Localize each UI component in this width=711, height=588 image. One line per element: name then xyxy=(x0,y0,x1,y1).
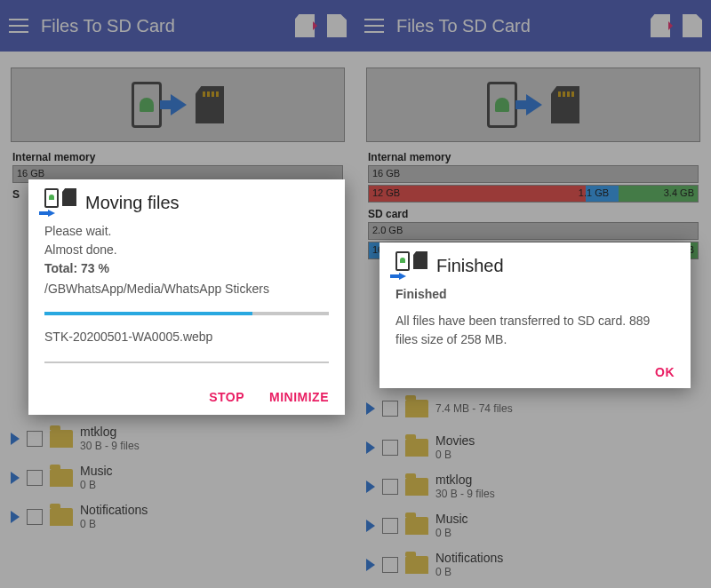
progress-fill xyxy=(44,312,252,315)
ok-button[interactable]: OK xyxy=(655,365,675,379)
internal-used: 12 GB xyxy=(372,187,400,198)
chevron-right-icon xyxy=(366,402,375,415)
app-title: Files To SD Card xyxy=(396,16,638,36)
menu-icon[interactable] xyxy=(364,19,384,33)
checkbox[interactable] xyxy=(27,431,43,447)
sd-label: SD card xyxy=(356,204,711,222)
document-icon[interactable] xyxy=(327,14,347,37)
folder-icon xyxy=(50,508,73,526)
internal-total: 16 GB xyxy=(17,168,44,179)
list-item[interactable]: 7.4 MB - 74 files xyxy=(361,389,706,428)
list-item[interactable]: mtklog30 B - 9 files xyxy=(361,467,706,506)
checkbox[interactable] xyxy=(27,470,43,486)
checkbox[interactable] xyxy=(382,479,398,495)
checkbox[interactable] xyxy=(382,440,398,456)
chevron-right-icon xyxy=(366,520,375,532)
finished-dialog: Finished Finished All files have been tr… xyxy=(379,242,691,388)
file-list: mtklog30 B - 9 files Music0 B Notificati… xyxy=(0,416,356,540)
chevron-right-icon xyxy=(366,441,375,454)
appbar: Files To SD Card xyxy=(0,0,356,52)
checkbox[interactable] xyxy=(382,518,398,534)
folder-icon xyxy=(405,400,428,417)
internal-memory-label: Internal memory xyxy=(356,142,711,165)
progress-bar xyxy=(44,312,329,315)
list-item[interactable]: Music0 B xyxy=(361,506,706,545)
dialog-subhead: Finished xyxy=(395,287,675,301)
current-file: STK-20200501-WA0005.webp xyxy=(44,330,329,344)
transfer-icon xyxy=(395,251,427,280)
internal-used-bar: 12 GB 3.4 GB 1.1 GB xyxy=(368,185,699,203)
dialog-title: Finished xyxy=(436,256,504,276)
dialog-title: Moving files xyxy=(85,193,180,213)
list-item[interactable]: Notifications0 B xyxy=(5,497,350,536)
list-item[interactable]: Movies0 B xyxy=(361,428,706,467)
dialog-path: /GBWhatsApp/Media/WhatsApp Stickers xyxy=(44,282,329,296)
list-item[interactable]: Notifications0 B xyxy=(361,545,706,584)
internal-memory-bar[interactable]: 16 GB xyxy=(368,165,699,183)
minimize-button[interactable]: MINIMIZE xyxy=(269,390,329,404)
sd-total-bar[interactable]: 2.0 GB xyxy=(368,222,699,240)
menu-icon[interactable] xyxy=(9,19,28,33)
folder-icon xyxy=(405,478,428,496)
document-icon[interactable] xyxy=(683,14,702,37)
internal-seg2: 1.1 GB xyxy=(579,187,609,198)
sd-transfer-icon[interactable] xyxy=(295,14,315,37)
folder-icon xyxy=(50,430,73,448)
appbar: Files To SD Card xyxy=(356,0,711,52)
transfer-illustration xyxy=(366,68,700,142)
internal-seg3: 3.4 GB xyxy=(664,187,694,198)
dialog-wait: Please wait. xyxy=(44,222,329,241)
folder-icon xyxy=(405,556,428,574)
internal-total: 16 GB xyxy=(372,168,400,179)
chevron-right-icon xyxy=(366,481,375,493)
moving-files-dialog: Moving files Please wait. Almost done. T… xyxy=(28,179,345,415)
folder-icon xyxy=(405,439,428,457)
internal-memory-label: Internal memory xyxy=(0,142,356,165)
folder-icon xyxy=(405,517,428,535)
dialog-total: Total: 73 % xyxy=(44,259,329,278)
stop-button[interactable]: STOP xyxy=(209,390,244,404)
dialog-body: All files have been transferred to SD ca… xyxy=(395,312,675,349)
divider xyxy=(44,362,329,363)
checkbox[interactable] xyxy=(382,401,398,417)
chevron-right-icon xyxy=(11,433,20,445)
checkbox[interactable] xyxy=(382,557,398,573)
file-list: 7.4 MB - 74 files Movies0 B mtklog30 B -… xyxy=(356,385,711,588)
app-title: Files To SD Card xyxy=(41,16,283,36)
checkbox[interactable] xyxy=(27,509,43,525)
dialog-almost: Almost done. xyxy=(44,241,329,259)
folder-icon xyxy=(50,469,73,487)
chevron-right-icon xyxy=(366,559,375,571)
transfer-icon xyxy=(44,188,76,217)
chevron-right-icon xyxy=(11,511,20,523)
list-item[interactable]: Music0 B xyxy=(5,458,350,497)
list-item[interactable]: mtklog30 B - 9 files xyxy=(5,419,350,458)
chevron-right-icon xyxy=(11,472,20,484)
sd-transfer-icon[interactable] xyxy=(651,14,670,37)
transfer-illustration xyxy=(11,68,345,142)
sd-total: 2.0 GB xyxy=(372,225,403,235)
